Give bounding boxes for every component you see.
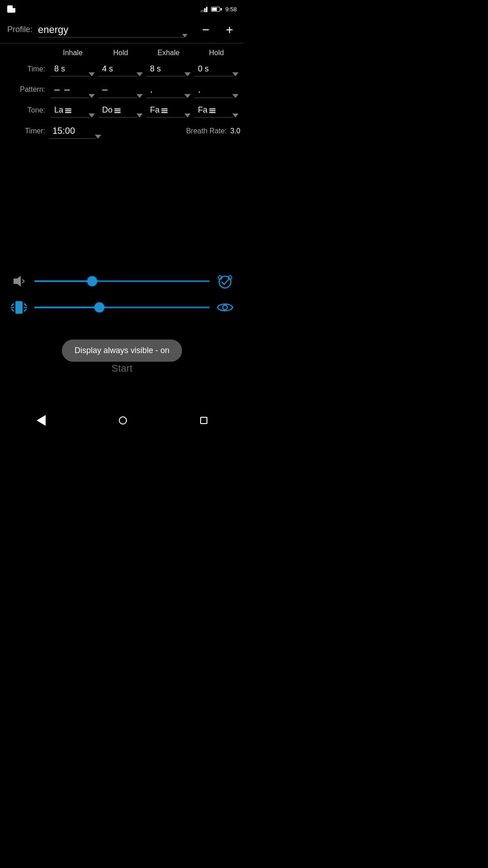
delete-profile-button[interactable]: − <box>198 22 213 38</box>
signal-bar-2 <box>202 9 204 12</box>
music-line-1 <box>209 108 216 109</box>
inhale-pattern-value: – – <box>54 84 71 95</box>
music-line-2 <box>114 110 121 111</box>
alarm-icon[interactable] <box>215 273 235 289</box>
hold1-time-cell[interactable]: 4 s <box>99 61 143 76</box>
cell-underline <box>194 117 233 118</box>
hold1-tone-cell[interactable]: Do <box>99 103 143 118</box>
nav-back-button[interactable] <box>26 411 56 429</box>
chevron-down-icon <box>184 72 191 76</box>
music-line-3 <box>161 112 168 113</box>
hold1-pattern-cell[interactable]: – <box>99 81 143 98</box>
nav-recents-button[interactable] <box>189 413 218 428</box>
status-left <box>7 5 15 13</box>
svg-marker-0 <box>14 276 21 287</box>
hold1-pattern-value: – <box>102 84 108 95</box>
hold2-time-value: 0 s <box>198 64 209 73</box>
exhale-tone-value: Fa <box>150 105 160 115</box>
svg-rect-6 <box>15 301 23 314</box>
svg-point-13 <box>223 305 227 310</box>
header-exhale: Exhale <box>145 47 192 59</box>
breath-rate-label: Breath Rate: <box>186 127 227 135</box>
hold2-time-cell[interactable]: 0 s <box>194 61 239 76</box>
profile-name[interactable]: energy <box>38 24 68 36</box>
exhale-time-cell[interactable]: 8 s <box>146 61 191 76</box>
breathing-grid: Inhale Hold Exhale Hold Time: 8 s 4 s 8 … <box>0 43 244 118</box>
music-line-2 <box>161 110 168 111</box>
home-icon <box>119 416 127 425</box>
chevron-down-icon <box>232 113 239 118</box>
add-profile-button[interactable]: + <box>222 22 237 38</box>
inhale-time-cell[interactable]: 8 s <box>51 61 95 76</box>
profile-select[interactable]: energy <box>38 24 191 36</box>
music-line-1 <box>161 108 168 109</box>
breath-rate-section: Breath Rate: 3.0 <box>186 127 240 135</box>
time-row: Time: 8 s 4 s 8 s 0 s <box>4 61 240 77</box>
profile-underline <box>38 37 184 38</box>
cell-underline <box>194 98 233 98</box>
svg-line-9 <box>12 309 14 311</box>
recents-icon <box>200 417 207 424</box>
music-line-3 <box>209 112 216 113</box>
volume-slider-thumb[interactable] <box>87 276 97 286</box>
inhale-pattern-cell[interactable]: – – <box>51 81 95 98</box>
svg-line-12 <box>24 309 26 311</box>
svg-line-2 <box>22 281 24 283</box>
hold2-tone-cell[interactable]: Fa <box>194 103 239 118</box>
hold2-pattern-value: . <box>198 84 202 95</box>
profile-actions: − + <box>198 22 237 38</box>
inhale-tone-inner: La <box>54 105 91 115</box>
cell-underline <box>146 76 185 76</box>
inhale-tone-cell[interactable]: La <box>51 103 95 118</box>
music-line-2 <box>209 110 216 111</box>
header-inhale: Inhale <box>49 47 97 59</box>
hold1-time-value: 4 s <box>102 64 113 73</box>
vibration-slider-row <box>9 298 235 316</box>
exhale-time-value: 8 s <box>150 64 161 73</box>
timer-underline <box>49 138 96 139</box>
speaker-icon <box>9 275 29 288</box>
chevron-down-icon <box>95 135 101 139</box>
vibration-slider-thumb[interactable] <box>94 302 104 312</box>
music-line-3 <box>65 112 71 113</box>
hold1-tone-inner: Do <box>102 105 139 115</box>
chevron-down-icon <box>89 72 95 76</box>
cell-underline <box>99 117 137 118</box>
cell-underline <box>99 98 137 98</box>
signal-bar-4 <box>206 7 207 12</box>
exhale-pattern-cell[interactable]: . <box>146 81 191 98</box>
nav-home-button[interactable] <box>108 413 138 428</box>
battery-icon <box>211 7 222 12</box>
tone-label: Tone: <box>4 106 49 114</box>
profile-label: Profile: <box>7 25 33 34</box>
cell-underline <box>51 98 89 98</box>
pattern-label: Pattern: <box>4 85 49 94</box>
start-button-label: Start <box>112 363 132 374</box>
music-line-3 <box>114 112 121 113</box>
music-line-1 <box>114 108 121 109</box>
volume-slider-filled <box>34 280 92 282</box>
tone-row: Tone: La Do <box>4 102 240 118</box>
exhale-pattern-value: . <box>150 84 154 95</box>
music-icon <box>114 108 121 113</box>
music-line-2 <box>65 110 71 111</box>
signal-bar-1 <box>201 10 202 12</box>
display-always-visible-tooltip: Display always visible - on <box>62 340 182 362</box>
exhale-tone-inner: Fa <box>150 105 187 115</box>
volume-slider-track[interactable] <box>34 280 210 282</box>
eye-icon[interactable] <box>215 301 235 314</box>
hold2-pattern-cell[interactable]: . <box>194 81 239 98</box>
timer-value: 15:00 <box>52 126 75 136</box>
exhale-tone-cell[interactable]: Fa <box>146 103 191 118</box>
sd-card-icon <box>7 5 15 13</box>
svg-point-3 <box>219 276 231 288</box>
svg-line-7 <box>12 304 14 306</box>
timer-select[interactable]: 15:00 <box>49 123 103 139</box>
header-hold1: Hold <box>97 47 145 59</box>
vibration-slider-track[interactable] <box>34 307 210 308</box>
battery-body <box>211 7 220 12</box>
status-right: 9:58 <box>201 6 237 13</box>
breath-rate-value: 3.0 <box>230 127 240 135</box>
cell-underline <box>146 98 185 98</box>
signal-icon <box>201 6 207 12</box>
